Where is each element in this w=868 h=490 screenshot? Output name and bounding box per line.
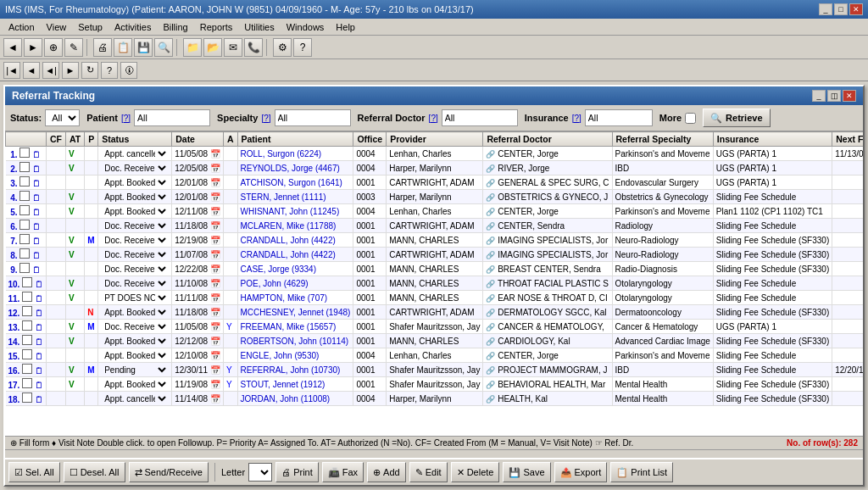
header-patient[interactable]: Patient: [237, 132, 353, 147]
row-icon[interactable]: 🗒: [35, 323, 43, 332]
status-select[interactable]: All: [45, 109, 80, 126]
send-receive-button[interactable]: ⇄ Send/Receive: [129, 462, 209, 482]
row-checkbox[interactable]: [19, 162, 30, 172]
save-button[interactable]: 💾 Save: [503, 462, 550, 482]
row-checkbox[interactable]: [19, 176, 30, 187]
row-icon[interactable]: 🗒: [35, 280, 43, 289]
add-button[interactable]: ⊕ Add: [367, 462, 406, 482]
insurance-help[interactable]: [?]: [572, 114, 581, 123]
patient-cell[interactable]: CRANDALL, John (4422): [237, 233, 353, 248]
header-referral-specialty[interactable]: Referral Specialty: [612, 132, 713, 147]
patient-cell[interactable]: CASE, Jorge (9334): [237, 262, 353, 276]
patient-link[interactable]: MCLAREN, Mike (11788): [241, 221, 337, 231]
row-checkbox[interactable]: [22, 277, 32, 287]
calendar-icon[interactable]: 📅: [210, 192, 220, 202]
patient-link[interactable]: FREEMAN, Mike (15657): [241, 322, 337, 331]
toolbar-btn-5[interactable]: 🖨: [93, 38, 112, 57]
status-cell[interactable]: Appt. Booked: [98, 190, 172, 204]
row-number[interactable]: 4.: [10, 193, 17, 203]
row-number[interactable]: 15.: [8, 352, 20, 361]
status-cell[interactable]: Appt. Booked: [98, 204, 172, 219]
header-empty[interactable]: [6, 132, 47, 147]
row-icon[interactable]: 🗒: [32, 208, 41, 217]
row-checkbox[interactable]: [22, 349, 32, 359]
status-select[interactable]: Doc. Receive: [101, 220, 169, 231]
row-number[interactable]: 11.: [8, 294, 20, 303]
row-num-cell[interactable]: 7. 🗒: [6, 233, 47, 248]
maximize-button[interactable]: □: [834, 3, 848, 15]
calendar-icon[interactable]: 📅: [210, 164, 220, 173]
row-num-cell[interactable]: 8. 🗒: [6, 248, 47, 262]
row-checkbox[interactable]: [19, 191, 30, 201]
patient-cell[interactable]: JORDAN, John (11008): [237, 392, 353, 406]
patient-cell[interactable]: HAMPTON, Mike (707): [237, 291, 353, 305]
close-button[interactable]: ✕: [849, 3, 863, 15]
status-cell[interactable]: Pending: [98, 363, 172, 377]
calendar-icon[interactable]: 📅: [210, 236, 220, 245]
status-select[interactable]: Appt. Booked: [101, 192, 169, 203]
status-cell[interactable]: Doc. Receive: [98, 262, 172, 276]
row-num-cell[interactable]: 12. 🗒: [6, 305, 47, 320]
toolbar-btn-7[interactable]: 💾: [134, 38, 153, 57]
fax-button[interactable]: 📠 Fax: [322, 462, 364, 482]
status-cell[interactable]: PT DOES NO: [98, 291, 172, 305]
row-icon[interactable]: 🗒: [35, 366, 43, 376]
patient-link[interactable]: MCCHESNEY, Jennet (1948): [241, 308, 351, 317]
patient-link[interactable]: ATCHISON, Surgon (1641): [241, 178, 342, 187]
status-select[interactable]: Doc. Receive: [101, 321, 169, 332]
patient-link[interactable]: ROLL, Surgon (6224): [241, 149, 322, 159]
status-select[interactable]: Doc. Receive: [101, 235, 169, 246]
patient-link[interactable]: REFERRAL, John (10730): [241, 365, 341, 375]
nav-help[interactable]: ?: [101, 62, 118, 79]
status-select[interactable]: PT DOES NO: [101, 292, 169, 303]
status-select[interactable]: Appt. Booked: [101, 307, 169, 318]
row-icon[interactable]: 🗒: [35, 352, 43, 361]
insurance-input[interactable]: [585, 109, 653, 126]
row-number[interactable]: 16.: [8, 366, 20, 376]
toolbar-btn-4[interactable]: ✎: [64, 38, 83, 57]
patient-cell[interactable]: ATCHISON, Surgon (1641): [237, 175, 353, 190]
menu-utilities[interactable]: Utilities: [239, 21, 279, 33]
toolbar-btn-11[interactable]: ✉: [224, 38, 242, 57]
row-checkbox[interactable]: [19, 248, 30, 259]
patient-link[interactable]: CASE, Jorge (9334): [241, 264, 317, 274]
calendar-icon[interactable]: 📅: [210, 322, 220, 331]
row-icon[interactable]: 🗒: [32, 179, 41, 188]
menu-activities[interactable]: Activities: [109, 21, 156, 33]
row-number[interactable]: 1.: [10, 150, 17, 159]
row-num-cell[interactable]: 1. 🗒: [6, 147, 47, 161]
menu-reports[interactable]: Reports: [195, 21, 238, 33]
calendar-icon[interactable]: 📅: [210, 365, 220, 375]
row-checkbox[interactable]: [22, 292, 32, 302]
row-icon[interactable]: 🗒: [32, 193, 41, 203]
row-number[interactable]: 6.: [10, 222, 17, 231]
row-checkbox[interactable]: [22, 306, 32, 316]
patient-input[interactable]: [134, 109, 210, 126]
status-cell[interactable]: Doc. Receive: [98, 276, 172, 291]
status-cell[interactable]: Appt. Booked: [98, 348, 172, 363]
referral-minimize-button[interactable]: _: [812, 90, 826, 102]
calendar-icon[interactable]: 📅: [210, 250, 220, 259]
header-referral-doctor[interactable]: Referral Doctor: [483, 132, 612, 147]
status-select[interactable]: Doc. Receive: [101, 264, 169, 275]
minimize-button[interactable]: _: [819, 3, 832, 15]
print-list-button[interactable]: 📋 Print List: [610, 462, 673, 482]
status-cell[interactable]: Doc. Receive: [98, 248, 172, 262]
row-number[interactable]: 12.: [8, 309, 20, 318]
row-number[interactable]: 10.: [8, 280, 20, 289]
header-at[interactable]: AT: [65, 132, 84, 147]
specialty-help[interactable]: [?]: [261, 114, 270, 123]
toolbar-btn-10[interactable]: 📂: [203, 38, 222, 57]
patient-cell[interactable]: FREEMAN, Mike (15657): [237, 320, 353, 334]
row-number[interactable]: 5.: [10, 208, 17, 217]
calendar-icon[interactable]: 📅: [210, 221, 220, 231]
toolbar-btn-6[interactable]: 📋: [114, 38, 132, 57]
menu-setup[interactable]: Setup: [73, 21, 108, 33]
nav-prev2[interactable]: ◄|: [42, 62, 59, 79]
patient-link[interactable]: POE, John (4629): [241, 279, 309, 288]
patient-cell[interactable]: ENGLE, John (9530): [237, 348, 353, 363]
status-cell[interactable]: Doc. Receive: [98, 219, 172, 233]
calendar-icon[interactable]: 📅: [210, 279, 220, 288]
toolbar-btn-9[interactable]: 📁: [183, 38, 202, 57]
status-select[interactable]: Appt. cancelle: [101, 393, 169, 404]
